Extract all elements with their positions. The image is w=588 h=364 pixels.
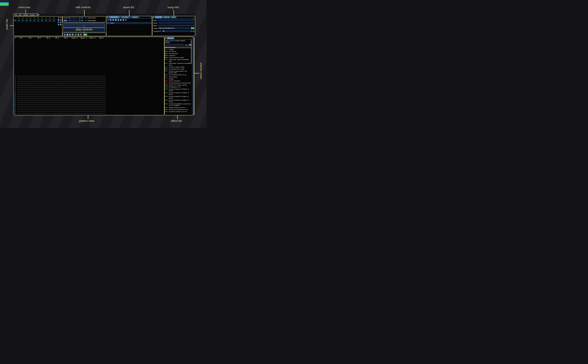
tab-speed[interactable]: Speed: [171, 16, 177, 18]
pattern-row[interactable]: [17, 77, 106, 79]
order-cell[interactable]: 00: [36, 20, 40, 21]
menu-window[interactable]: window: [30, 14, 35, 16]
effect-row[interactable]: 0FxxSet speed (speed 2 if no grooves exi…: [165, 82, 192, 84]
asset-move-down-button[interactable]: [122, 19, 124, 21]
effect-row[interactable]: 16xySet operator multiplier (x: operator…: [165, 103, 192, 106]
pattern-row[interactable]: [17, 111, 106, 113]
order-channel-header[interactable]: F2: [21, 17, 25, 19]
effect-row[interactable]: 08xySet panning (x: left; y: right): [165, 68, 192, 70]
order-duplicate-button[interactable]: [58, 19, 59, 21]
order-cell[interactable]: 00: [52, 20, 56, 21]
order-channel-header[interactable]: F4: [29, 17, 33, 19]
effect-row[interactable]: 05xyVolume slide + vibrato (compatibilit…: [165, 59, 192, 62]
pattern-row[interactable]: [17, 94, 106, 96]
step-input[interactable]: 1: [68, 20, 78, 21]
asset-selected-row[interactable]: - None -: [106, 22, 152, 24]
pattern-row[interactable]: [17, 99, 106, 101]
order-cell[interactable]: 00: [40, 20, 44, 21]
play-one-row-button[interactable]: ▶: [69, 33, 71, 36]
poly-button[interactable]: Poly: [83, 33, 87, 36]
album-input[interactable]: [158, 25, 194, 26]
order-cell[interactable]: 00: [21, 20, 25, 21]
pattern-channel-header[interactable]: FM 3: [35, 37, 44, 39]
effect-row[interactable]: 10xySetup LFO (x: enable; y: speed): [165, 84, 192, 86]
pattern-row[interactable]: [17, 105, 106, 107]
asset-list-close-icon[interactable]: [150, 17, 151, 18]
tuning-plus-button[interactable]: +: [192, 30, 194, 32]
repeat-button[interactable]: ↻: [80, 33, 82, 36]
order-channel-header[interactable]: F1: [17, 17, 21, 19]
pattern-row[interactable]: [17, 75, 106, 77]
effect-row[interactable]: 15xxSet level of operator 4 (0 highest, …: [165, 99, 192, 103]
order-cell[interactable]: 00: [48, 20, 52, 21]
pattern-row[interactable]: [17, 107, 106, 109]
order-cell[interactable]: 00: [17, 20, 21, 21]
effect-row[interactable]: 02xxPitch slide down: [165, 53, 192, 55]
order-channel-header[interactable]: F3: [25, 17, 28, 19]
pattern-row[interactable]: [17, 113, 106, 114]
pattern-channel-header[interactable]: FM 5: [53, 37, 61, 39]
tuning-input[interactable]: 440: [162, 30, 190, 32]
order-channel-header[interactable]: S3: [48, 17, 52, 19]
order-channel-header[interactable]: F5: [33, 17, 36, 19]
menu-help[interactable]: help: [37, 14, 40, 16]
octave-plus-button[interactable]: +: [81, 17, 83, 19]
name-input[interactable]: [158, 19, 194, 21]
tab-effect-list[interactable]: Effect List: [167, 37, 174, 39]
pattern-channel-header[interactable]: FM 2: [26, 37, 35, 39]
record-button[interactable]: ●: [75, 33, 77, 36]
system-auto-button[interactable]: Auto: [191, 27, 194, 29]
metronome-button[interactable]: [77, 33, 79, 36]
order-add-button[interactable]: +: [58, 17, 59, 19]
tab-instruments[interactable]: Instruments: [109, 16, 119, 18]
pattern-corner[interactable]: ++: [14, 37, 16, 39]
play-button[interactable]: ▶: [64, 33, 66, 36]
order-cell[interactable]: 00: [33, 20, 36, 21]
order-move-bottom-button[interactable]: [60, 21, 62, 23]
order-unlink-button[interactable]: [58, 24, 59, 26]
pattern-row[interactable]: [17, 92, 106, 94]
order-remove-button[interactable]: −: [60, 17, 62, 19]
pattern-channel-header[interactable]: Square 2: [79, 37, 88, 39]
asset-delete-button[interactable]: ✕: [125, 19, 127, 21]
effect-row[interactable]: 0AxyVolume slide (0y: down; x0: up): [165, 74, 192, 76]
order-cell[interactable]: 00: [29, 20, 33, 21]
order-channel-header[interactable]: NO: [52, 17, 56, 19]
step-plus-button[interactable]: +: [81, 20, 83, 21]
author-input[interactable]: [158, 22, 194, 24]
pattern-channel-header[interactable]: FM 4: [44, 37, 53, 39]
asset-collapse-button[interactable]: [106, 16, 108, 18]
pattern-row[interactable]: [17, 86, 106, 88]
step-label-button[interactable]: Step: [63, 20, 67, 21]
pattern-channel-header[interactable]: Square 3: [88, 37, 97, 39]
pattern-row[interactable]: [17, 90, 106, 92]
pattern-row[interactable]: [17, 98, 106, 99]
song-collapse-button[interactable]: [152, 16, 154, 18]
effect-collapse-button[interactable]: [165, 37, 166, 39]
pattern-channel-header[interactable]: FM 1: [17, 37, 26, 39]
order-move-up-button[interactable]: [60, 19, 62, 21]
effect-row[interactable]: 06xyVolume slide + portamento (compatibi…: [165, 63, 192, 66]
asset-add-button[interactable]: +: [107, 19, 109, 21]
effect-row[interactable]: 0CxxRetrigger: [165, 78, 192, 80]
order-cursor-follow-button[interactable]: [60, 24, 62, 26]
effect-col-name[interactable]: Name: [165, 47, 169, 48]
menu-settings[interactable]: settings: [23, 14, 28, 16]
pattern-row[interactable]: [17, 83, 106, 84]
step-minus-button[interactable]: -: [79, 20, 81, 21]
effect-row[interactable]: 11xxSet feedback (0 to 7): [165, 86, 192, 88]
pattern-row[interactable]: [17, 79, 106, 81]
effect-row[interactable]: 19xxSet attack of all operators (0 to 1F…: [165, 109, 192, 110]
tab-samples[interactable]: Samples: [131, 16, 139, 18]
effect-row[interactable]: 13xxSet level of operator 2 (0 highest, …: [165, 92, 192, 95]
asset-save-button[interactable]: [115, 19, 117, 21]
pattern-channel-header[interactable]: FM 6: [61, 37, 70, 39]
tab-wavetables[interactable]: Wavetables: [120, 16, 131, 18]
pattern-row[interactable]: [17, 109, 106, 111]
effect-row[interactable]: 12xxSet level of operator 1 (0 highest, …: [165, 88, 192, 92]
order-move-down-button[interactable]: [58, 21, 59, 23]
effect-row[interactable]: 07xyTremolo (x: speed; y: depth): [165, 66, 192, 68]
asset-duplicate-button[interactable]: [110, 19, 112, 21]
effect-row[interactable]: 03xxPortamento: [165, 55, 192, 57]
order-channel-header[interactable]: S2: [44, 17, 48, 19]
